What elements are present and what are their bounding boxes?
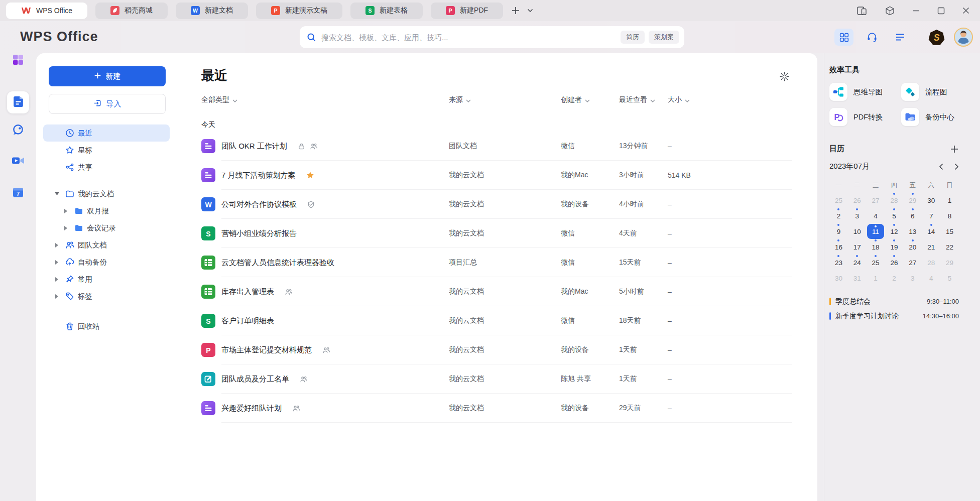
- calendar-day[interactable]: 11: [867, 224, 884, 239]
- caret-right-icon[interactable]: [54, 260, 60, 265]
- calendar-day[interactable]: 26: [886, 255, 903, 271]
- support-headset-icon[interactable]: [863, 29, 882, 46]
- calendar-day[interactable]: 2: [830, 208, 847, 224]
- filter-creator[interactable]: 创建者: [561, 95, 619, 104]
- calendar-day[interactable]: 30: [923, 193, 940, 208]
- table-row[interactable]: 云文档管人员信息统计表理器验收 项目汇总 微信 15天前 –: [201, 248, 792, 277]
- table-row[interactable]: S 客户订单明细表 我的云文档 微信 18天前 –: [201, 306, 792, 335]
- calendar-day[interactable]: 26: [848, 193, 866, 208]
- sidebar-tree-item[interactable]: 自动备份: [43, 254, 170, 271]
- search-tag[interactable]: 简历: [621, 31, 645, 44]
- filter-size[interactable]: 大小: [668, 95, 792, 104]
- global-menu-icon[interactable]: [891, 29, 910, 46]
- tool-item[interactable]: P PDF转换: [829, 108, 901, 126]
- calendar-day[interactable]: 23: [830, 255, 847, 271]
- app-tab[interactable]: P 新建PDF: [431, 3, 503, 19]
- table-row[interactable]: 团队 OKR 工作计划 团队文档 微信 13分钟前 –: [201, 132, 792, 161]
- table-row[interactable]: 7 月线下活动策划方案 我的云文档 我的Mac 3小时前 514 KB: [201, 161, 792, 190]
- add-event-icon[interactable]: [950, 145, 959, 154]
- new-document-button[interactable]: 新建: [49, 66, 166, 86]
- calendar-day[interactable]: 21: [923, 239, 940, 255]
- calendar-day[interactable]: 13: [904, 224, 921, 239]
- calendar-day[interactable]: 16: [830, 239, 847, 255]
- app-tab[interactable]: WPS Office: [6, 3, 87, 19]
- calendar-day[interactable]: 9: [830, 224, 847, 239]
- calendar-day[interactable]: 30: [830, 271, 847, 286]
- calendar-day[interactable]: 5: [886, 208, 903, 224]
- calendar-day[interactable]: 20: [904, 239, 921, 255]
- import-button[interactable]: 导入: [49, 94, 166, 114]
- app-tab[interactable]: 稻壳商城: [95, 3, 168, 19]
- search-input[interactable]: [321, 33, 621, 42]
- calendar-day[interactable]: 8: [941, 208, 958, 224]
- calendar-day[interactable]: 15: [941, 224, 958, 239]
- calendar-day[interactable]: 31: [848, 271, 866, 286]
- caret-right-icon[interactable]: [63, 209, 69, 213]
- sidebar-item[interactable]: 最近: [43, 124, 170, 142]
- app-tab[interactable]: P 新建演示文稿: [256, 3, 342, 19]
- calendar-day[interactable]: 18: [867, 239, 884, 255]
- calendar-day[interactable]: 4: [923, 271, 940, 286]
- next-month-icon[interactable]: [954, 163, 959, 170]
- rail-app-icon[interactable]: [12, 123, 25, 139]
- caret-right-icon[interactable]: [54, 277, 60, 282]
- table-row[interactable]: W 公司对外合作协议模板 我的云文档 我的设备 4小时前 –: [201, 190, 792, 219]
- calendar-event[interactable]: 新季度学习计划讨论 14:30–16:00: [829, 309, 959, 323]
- calendar-event[interactable]: 季度总结会 9:30–11:00: [829, 294, 959, 309]
- calendar-day[interactable]: 3: [848, 208, 866, 224]
- maximize-icon[interactable]: [937, 7, 945, 15]
- list-settings-gear-icon[interactable]: [779, 71, 790, 82]
- workspace-box-icon[interactable]: [885, 6, 895, 16]
- calendar-day[interactable]: 1: [867, 271, 884, 286]
- calendar-day[interactable]: 5: [941, 271, 958, 286]
- calendar-day[interactable]: 6: [904, 208, 921, 224]
- filter-type[interactable]: 全部类型: [201, 95, 449, 104]
- table-row[interactable]: P 市场主体登记提交材料规范 我的云文档 我的设备 1天前 –: [201, 335, 792, 364]
- mobile-dock-icon[interactable]: [857, 6, 868, 16]
- filter-source[interactable]: 来源: [449, 95, 561, 104]
- table-row[interactable]: 团队成员及分工名单 我的云文档 陈旭 共享 1天前 –: [201, 364, 792, 394]
- table-row[interactable]: 兴趣爱好组队计划 我的云文档 我的设备 29天前 –: [201, 394, 792, 423]
- search-bar[interactable]: 简历策划案: [300, 26, 684, 48]
- rail-app-icon[interactable]: [7, 91, 29, 113]
- calendar-day[interactable]: 2: [886, 271, 903, 286]
- close-icon[interactable]: [962, 7, 970, 15]
- calendar-day[interactable]: 27: [904, 255, 921, 271]
- sidebar-item[interactable]: 星标: [43, 142, 170, 159]
- calendar-day[interactable]: 25: [830, 193, 847, 208]
- tool-item[interactable]: 备份中心: [901, 108, 959, 126]
- caret-down-icon[interactable]: [54, 192, 60, 195]
- rail-app-icon[interactable]: 7: [12, 186, 25, 201]
- app-tab[interactable]: W 新建文档: [176, 3, 248, 19]
- calendar-day[interactable]: 1: [941, 193, 958, 208]
- calendar-day[interactable]: 14: [923, 224, 940, 239]
- calendar-day[interactable]: 28: [923, 255, 940, 271]
- table-row[interactable]: S 营销小组业绩分析报告 我的云文档 微信 4天前 –: [201, 219, 792, 248]
- tool-item[interactable]: 思维导图: [829, 83, 901, 101]
- avatar[interactable]: [954, 28, 973, 47]
- search-tag[interactable]: 策划案: [649, 31, 679, 44]
- calendar-day[interactable]: 29: [941, 255, 958, 271]
- rail-app-icon[interactable]: [11, 154, 25, 169]
- sidebar-tree-item[interactable]: 双月报: [43, 202, 170, 219]
- caret-right-icon[interactable]: [54, 294, 60, 299]
- calendar-day[interactable]: 19: [886, 239, 903, 255]
- calendar-day[interactable]: 27: [867, 193, 884, 208]
- sidebar-tree-item[interactable]: 会议记录: [43, 219, 170, 236]
- new-tab-button[interactable]: [511, 6, 520, 15]
- table-row[interactable]: 库存出入管理表 我的云文档 我的Mac 5小时前 –: [201, 277, 792, 306]
- rail-app-icon[interactable]: [12, 53, 25, 68]
- caret-right-icon[interactable]: [54, 243, 60, 247]
- calendar-day[interactable]: 24: [848, 255, 866, 271]
- prev-month-icon[interactable]: [939, 163, 943, 170]
- filter-viewed[interactable]: 最近查看: [619, 95, 668, 104]
- calendar-day[interactable]: 22: [941, 239, 958, 255]
- apps-grid-icon[interactable]: [834, 29, 853, 46]
- tab-list-dropdown[interactable]: [527, 9, 533, 13]
- sidebar-tree-item[interactable]: 我的云文档: [43, 185, 170, 202]
- calendar-day[interactable]: 17: [848, 239, 866, 255]
- caret-right-icon[interactable]: [63, 226, 69, 230]
- calendar-day[interactable]: 12: [886, 224, 903, 239]
- minimize-icon[interactable]: [912, 7, 920, 15]
- calendar-day[interactable]: 3: [904, 271, 921, 286]
